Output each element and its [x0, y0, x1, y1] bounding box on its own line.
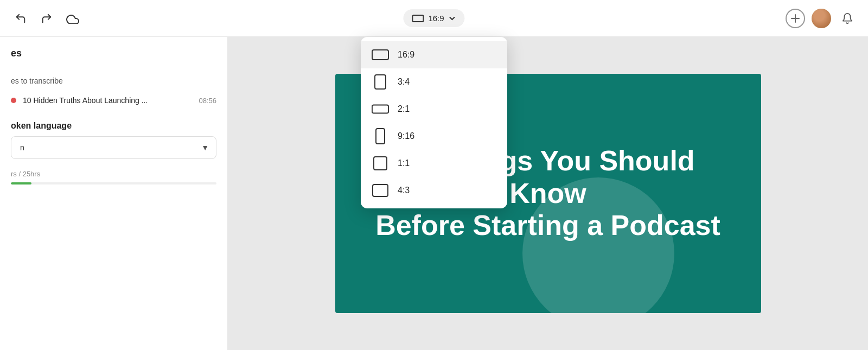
aspect-ratio-label-16-9: 16:9 [398, 50, 414, 60]
aspect-ratio-label-2-1: 2:1 [398, 104, 410, 114]
aspect-ratio-icon-16-9 [372, 49, 389, 61]
aspect-ratio-label-9-16: 9:16 [398, 131, 414, 141]
notification-button[interactable] [838, 9, 857, 28]
aspect-ratio-option-2-1[interactable]: 2:1 [361, 96, 507, 123]
avatar[interactable] [812, 9, 831, 28]
hours-progress-bar [11, 182, 216, 184]
aspect-ratio-label-3-4: 3:4 [398, 77, 410, 87]
redo-button[interactable] [37, 9, 56, 28]
aspect-ratio-icon-2-1 [372, 103, 389, 115]
aspect-ratio-option-9-16[interactable]: 9:16 [361, 123, 507, 150]
add-button[interactable] [786, 9, 805, 28]
aspect-ratio-button[interactable]: 16:9 [403, 9, 464, 27]
svg-rect-0 [412, 15, 423, 22]
svg-rect-7 [374, 157, 387, 170]
aspect-ratio-label-4-3: 4:3 [398, 186, 410, 195]
aspect-ratio-label-1-1: 1:1 [398, 158, 410, 168]
aspect-ratio-option-1-1[interactable]: 1:1 [361, 150, 507, 177]
svg-rect-3 [372, 50, 388, 60]
toolbar-right [786, 9, 857, 28]
cloud-save-button[interactable] [63, 9, 82, 28]
sidebar-hours-text: rs / 25hrs [0, 159, 227, 178]
language-select-wrapper: n English Spanish French ▼ [11, 136, 216, 159]
toolbar: 16:9 [0, 0, 868, 37]
toolbar-left [11, 9, 82, 28]
svg-rect-4 [375, 75, 386, 89]
aspect-ratio-label: 16:9 [428, 14, 444, 23]
file-duration: 08:56 [199, 97, 216, 105]
dropdown-menu: 16:9 3:4 2:1 9:16 [361, 37, 507, 208]
sidebar-subsection-title: es to transcribe [0, 68, 227, 91]
svg-rect-8 [373, 184, 388, 196]
svg-rect-5 [372, 105, 388, 113]
file-status-dot [11, 98, 16, 103]
svg-rect-6 [376, 129, 385, 144]
aspect-ratio-option-3-4[interactable]: 3:4 [361, 68, 507, 96]
spoken-language-title: oken language [0, 110, 227, 136]
sidebar-title: es [0, 48, 227, 68]
aspect-ratio-icon-1-1 [372, 157, 389, 169]
hours-label: rs / 25hrs [11, 170, 40, 178]
aspect-ratio-icon-4-3 [372, 184, 389, 196]
aspect-ratio-icon-9-16 [372, 130, 389, 142]
aspect-ratio-option-4-3[interactable]: 4:3 [361, 177, 507, 204]
file-name: 10 Hidden Truths About Launching ... [23, 96, 192, 105]
aspect-ratio-dropdown: 16:9 3:4 2:1 9:16 [361, 37, 507, 208]
sidebar: es es to transcribe 10 Hidden Truths Abo… [0, 37, 228, 350]
toolbar-center: 16:9 [403, 9, 464, 27]
canvas-area: 10 Things You Should KnowBefore Starting… [228, 37, 868, 350]
undo-button[interactable] [11, 9, 30, 28]
hours-progress-fill [11, 182, 31, 184]
language-select[interactable]: n English Spanish French [11, 136, 216, 159]
aspect-ratio-option-16-9[interactable]: 16:9 [361, 41, 507, 68]
file-item[interactable]: 10 Hidden Truths About Launching ... 08:… [0, 91, 227, 110]
aspect-ratio-icon-3-4 [372, 76, 389, 88]
